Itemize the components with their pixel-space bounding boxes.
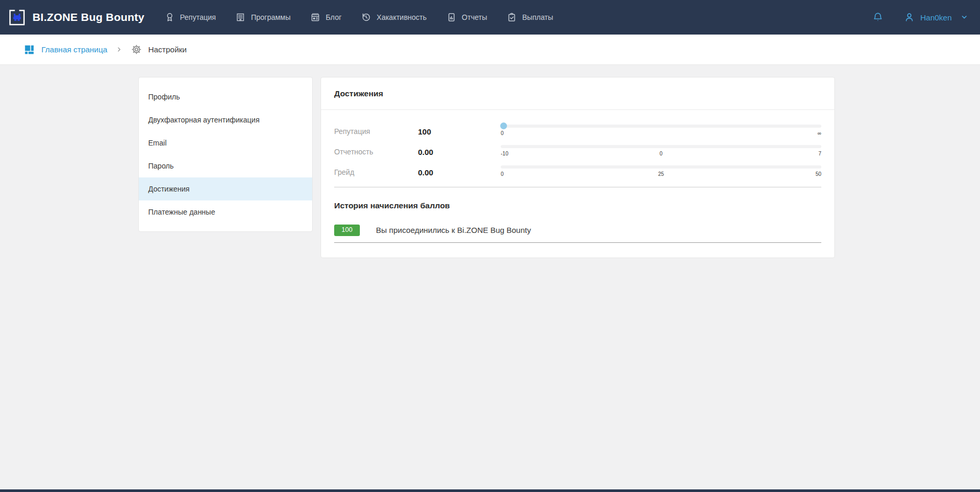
slider-scale: 0 25 50 [501,171,821,177]
nav-item-label: Отчеты [462,13,487,21]
metric-row-grade: Грейд 0.00 0 25 50 [334,166,821,178]
sidebar-item-label: Пароль [148,162,174,170]
sidebar-item-two-factor[interactable]: Двухфакторная аутентификация [139,108,312,131]
metric-value: 100 [418,127,501,136]
top-navbar: BI.ZONE Bug Bounty Репутация Программы [0,0,980,35]
metric-row-reputation: Репутация 100 0 ∞ [334,126,821,137]
nav-item-label: Репутация [180,13,216,21]
slider-track [501,165,821,169]
brand-name: BI.ZONE Bug Bounty [32,11,145,24]
breadcrumb: Главная страница Настройки [0,35,980,65]
sidebar-item-payment-details[interactable]: Платежные данные [139,200,312,223]
scale-max: 50 [816,171,821,177]
slider-scale: -10 0 7 [501,151,821,156]
sidebar-item-label: Двухфакторная аутентификация [148,116,259,124]
slider-track [501,145,821,148]
sidebar-item-label: Платежные данные [148,208,215,216]
scale-mid: 0 [659,151,663,156]
sidebar-item-profile[interactable]: Профиль [139,85,312,108]
slider-scale: 0 ∞ [501,130,821,136]
scale-mid: 25 [658,171,664,177]
scale-max: 7 [818,151,821,156]
scale-max: ∞ [818,130,821,136]
history-entry: 100 Вы присоединились к Bi.ZONE Bug Boun… [334,225,821,243]
metric-label: Отчетность [334,148,418,156]
newspaper-icon [310,12,321,23]
sidebar-item-email[interactable]: Email [139,131,312,154]
report-icon [446,12,457,23]
gear-icon [131,44,142,55]
notifications-bell-icon[interactable] [872,12,884,23]
dashboard-grid-icon [24,44,35,55]
history-section-title: История начисления баллов [334,201,821,210]
grade-slider: 0 25 50 [501,165,821,177]
chevron-down-icon [960,13,968,21]
sidebar-item-label: Достижения [148,185,190,193]
metric-value: 0.00 [418,168,501,177]
breadcrumb-home-link[interactable]: Главная страница [24,44,107,55]
clipboard-check-icon [506,12,517,23]
panel-body: Репутация 100 0 ∞ Отчетность 0.00 [321,110,834,258]
sidebar-item-password[interactable]: Пароль [139,154,312,177]
metric-value: 0.00 [418,148,501,156]
nav-item-label: Хакактивность [377,13,427,21]
points-badge: 100 [334,225,360,236]
breadcrumb-chevron-icon [116,47,122,52]
scale-min: -10 [501,151,508,156]
reputation-slider: 0 ∞ [501,125,821,136]
nav-item-label: Блог [326,13,342,21]
user-name: Han0ken [920,13,952,22]
navbar-right: Han0ken [872,12,968,23]
history-entry-text: Вы присоединились к Bi.ZONE Bug Bounty [376,226,531,234]
user-avatar-icon [904,12,915,23]
slider-track [501,125,821,128]
achievements-panel: Достижения Репутация 100 0 ∞ Отчетно [321,77,835,258]
sidebar-item-achievements[interactable]: Достижения [139,177,312,200]
main-navigation: Репутация Программы Блог [164,12,554,23]
nav-item-reputation[interactable]: Репутация [164,12,216,23]
nav-item-programs[interactable]: Программы [235,12,291,23]
footer-strip [0,489,980,492]
medal-icon [164,12,175,23]
nav-item-reports[interactable]: Отчеты [446,12,487,23]
metric-row-reporting: Отчетность 0.00 -10 0 7 [334,146,821,158]
scale-min: 0 [501,130,504,136]
nav-item-payouts[interactable]: Выплаты [506,12,553,23]
history-icon [361,12,371,23]
slider-handle [500,122,507,129]
user-menu[interactable]: Han0ken [904,12,968,23]
breadcrumb-home-label: Главная страница [41,45,107,54]
bizone-bug-logo-icon [8,9,26,26]
metric-label: Грейд [334,168,418,176]
nav-item-label: Программы [251,13,291,21]
building-icon [235,12,246,23]
breadcrumb-current-label: Настройки [148,45,187,54]
sidebar-item-label: Email [148,139,167,147]
scale-min: 0 [501,171,504,177]
sidebar-item-label: Профиль [148,93,180,101]
section-divider [334,187,821,187]
nav-item-blog[interactable]: Блог [310,12,342,23]
panel-title: Достижения [321,77,834,110]
settings-sidebar: Профиль Двухфакторная аутентификация Ema… [138,77,313,232]
nav-item-hacktivity[interactable]: Хакактивность [361,12,427,23]
metric-label: Репутация [334,127,418,136]
nav-item-label: Выплаты [522,13,553,21]
brand-logo[interactable]: BI.ZONE Bug Bounty [8,9,145,26]
breadcrumb-current: Настройки [131,44,187,55]
reporting-slider: -10 0 7 [501,145,821,156]
